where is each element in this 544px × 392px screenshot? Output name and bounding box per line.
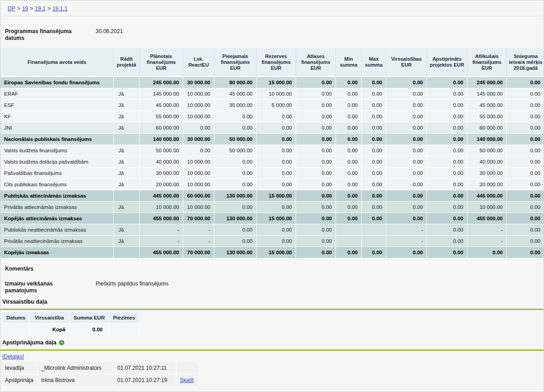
funding-source-cell: Privātās neattiecināmās izmaksas (0, 236, 114, 247)
value-cell: 35 000.00 (214, 100, 257, 111)
value-cell: 130 000.00 (214, 213, 257, 224)
breadcrumb-separator: > (47, 5, 50, 12)
finance-table-header-row: Finansējuma avota veidsRādīt projektāPlā… (0, 48, 544, 77)
funding-source-cell: KF (0, 111, 114, 122)
skatit-link[interactable]: Skatīt (180, 377, 194, 383)
value-cell: 10 000.00 (183, 179, 214, 190)
value-cell: 0.00 (296, 111, 336, 122)
value-cell: 0.00 (257, 236, 296, 247)
value-cell: 0.00 (214, 202, 257, 213)
value-cell: 60 000.00 (467, 122, 507, 134)
show-in-project-cell: Jā (114, 224, 140, 236)
value-cell: 20 000.00 (467, 179, 507, 190)
column-header: Datums (3, 312, 29, 324)
breadcrumb-link[interactable]: 19.1 (35, 5, 45, 12)
value-cell: 0.00 (336, 145, 362, 156)
value-cell: 0.00 (386, 179, 427, 190)
audit-row: Ievadīja_Microlink Administrators01.07.2… (1, 362, 199, 374)
value-cell: 140 000.00 (140, 134, 183, 145)
table-row: Pašvaldības finansējumsJā30 000.0010 000… (0, 168, 544, 179)
column-header: Max summa (362, 48, 386, 77)
value-cell: 0.00 (386, 168, 427, 179)
value-cell: 0.00 (362, 213, 386, 224)
show-in-project-cell: Jā (114, 168, 140, 179)
funding-source-cell: Nacionālais publiskais finansējums (0, 134, 114, 145)
column-header: Virssaistības EUR (386, 48, 427, 77)
section-divider (0, 309, 544, 310)
funding-source-cell: JNI (0, 122, 114, 134)
value-cell: 0.00 (257, 122, 296, 134)
detalas-link[interactable]: [Detaļas] (2, 353, 24, 360)
value-cell: 0.00 (427, 213, 467, 224)
value-cell: 0.00 (427, 77, 467, 88)
audit-action-cell (176, 362, 199, 374)
audit-action-label: Apstiprināja (1, 374, 38, 387)
column-header: Min summa (336, 48, 362, 77)
virssaistibu-total-row: Kopā 0.00 (3, 324, 139, 335)
table-row: Kopējās attiecināmās izmaksas455 000.007… (0, 213, 544, 224)
value-cell: 0.00 (257, 179, 296, 190)
value-cell: 0.00 (183, 122, 214, 134)
value-cell: 0.00 (362, 179, 386, 190)
value-cell: 0.00 (214, 111, 257, 122)
value-cell: 0.00 (336, 202, 362, 213)
value-cell: 10 000.00 (183, 100, 214, 111)
value-cell: 0.00 (214, 179, 257, 190)
value-cell: 0.00 (386, 202, 427, 213)
show-in-project-cell (114, 190, 140, 202)
breadcrumb-separator: > (17, 5, 20, 12)
value-cell: 0.00 (507, 213, 544, 224)
value-cell: - (467, 236, 507, 247)
breadcrumb-link[interactable]: DP (8, 5, 15, 12)
value-cell: 0.00 (296, 145, 336, 156)
column-header: Apstiprināts projektos EUR (427, 48, 467, 77)
value-cell: 140 000.00 (467, 134, 507, 145)
value-cell: 0.00 (386, 145, 427, 156)
value-cell: 0.00 (296, 179, 336, 190)
breadcrumb-link[interactable]: 19.1.1 (52, 5, 67, 12)
value-cell: 0.00 (296, 190, 336, 202)
column-header: Summa EUR (69, 312, 109, 324)
show-in-project-cell: Jā (114, 122, 140, 134)
value-cell: 0.00 (214, 122, 257, 134)
column-header: Finansējuma avota veids (0, 48, 114, 77)
value-cell: 0.00 (507, 179, 544, 190)
value-cell: 10 000.00 (140, 202, 183, 213)
value-cell: 10 000.00 (467, 202, 507, 213)
show-in-project-cell: Jā (114, 100, 140, 111)
value-cell: 0.00 (257, 134, 296, 145)
value-cell: 455 000.00 (467, 213, 507, 224)
value-cell: 445 000.00 (140, 190, 183, 202)
value-cell: 50 000.00 (214, 145, 257, 156)
value-cell: 0.00 (362, 122, 386, 134)
value-cell: 0.00 (386, 134, 427, 145)
value-cell: 0.00 (362, 111, 386, 122)
value-cell: 0.00 (386, 88, 427, 100)
value-cell: 0.00 (386, 213, 427, 224)
virssaistibu-section-title: Virssaistību daļa (0, 299, 544, 305)
value-cell: 0.00 (427, 134, 467, 145)
value-cell: 0.00 (362, 100, 386, 111)
table-row: Privātās neattiecināmās izmaksasJā--0.00… (0, 236, 544, 247)
value-cell: 0.00 (507, 156, 544, 168)
value-cell: 0.00 (336, 100, 362, 111)
column-header: Piezīmes (109, 312, 139, 324)
virssaistibu-total-label: Kopā (29, 324, 69, 335)
column-header: t.sk. ReactEU (183, 48, 214, 77)
funding-source-cell: Publiskās attiecināmās izmaksas (0, 190, 114, 202)
audit-datetime: 01.07.2021 10:27:11 (114, 362, 176, 374)
breadcrumb-link[interactable]: 19 (22, 5, 28, 12)
value-cell: 0.00 (427, 179, 467, 190)
apstiprinajuma-section-title: Apstiprinājuma daļa (2, 339, 56, 346)
value-cell: 10 000.00 (183, 88, 214, 100)
value-cell: 0.00 (214, 236, 257, 247)
column-header: Virssaistība (29, 312, 69, 324)
value-cell: 0.00 (507, 224, 544, 236)
value-cell: 0.00 (296, 213, 336, 224)
value-cell: 0.00 (507, 100, 544, 111)
value-cell: 0.00 (336, 190, 362, 202)
virssaistibu-empty-cell (3, 324, 29, 335)
table-row: Cits publiskais finansējumsJā20 000.0010… (0, 179, 544, 190)
value-cell: 245 000.00 (467, 77, 507, 88)
value-cell: 0.00 (427, 156, 467, 168)
